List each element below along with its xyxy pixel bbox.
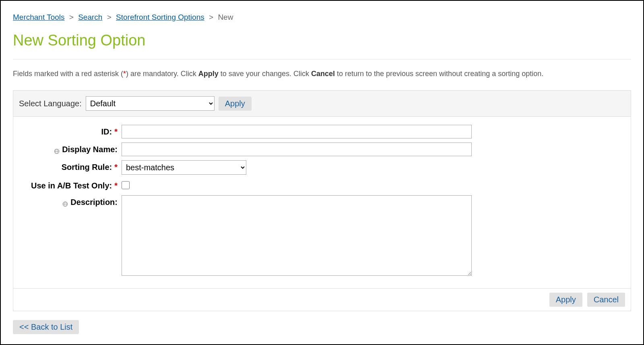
- breadcrumb-separator: >: [107, 13, 111, 21]
- help-text: Fields marked with a red asterisk (*) ar…: [13, 70, 631, 78]
- breadcrumb-search[interactable]: Search: [78, 13, 102, 21]
- row-description: Description:: [19, 195, 625, 278]
- form-body: ID:* Display Name: Sorting Rule:*: [13, 117, 631, 288]
- breadcrumb-separator: >: [69, 13, 74, 21]
- globe-icon: [54, 147, 60, 153]
- breadcrumb-storefront-sorting-options[interactable]: Storefront Sorting Options: [116, 13, 204, 21]
- row-display-name: Display Name:: [19, 143, 625, 156]
- label-description: Description:: [19, 195, 122, 207]
- cancel-button[interactable]: Cancel: [587, 293, 625, 307]
- back-wrap: << Back to List: [13, 320, 631, 334]
- apply-button[interactable]: Apply: [549, 293, 582, 307]
- sorting-rule-select[interactable]: best-matches: [122, 160, 246, 175]
- label-sorting-rule: Sorting Rule:*: [19, 160, 122, 172]
- label-ab-test: Use in A/B Test Only:*: [19, 179, 122, 190]
- label-display-name: Display Name:: [19, 143, 122, 154]
- language-bar: Select Language: Default Apply: [13, 91, 631, 117]
- id-input[interactable]: [122, 125, 472, 138]
- row-sorting-rule: Sorting Rule:* best-matches: [19, 160, 625, 175]
- breadcrumb: Merchant Tools > Search > Storefront Sor…: [13, 13, 631, 22]
- breadcrumb-current: New: [218, 13, 233, 21]
- action-bar: Apply Cancel: [13, 288, 631, 311]
- globe-icon: [62, 200, 68, 205]
- page-title: New Sorting Option: [13, 32, 631, 49]
- form-container: Select Language: Default Apply ID:* Disp…: [13, 90, 631, 311]
- language-label: Select Language:: [19, 99, 82, 108]
- display-name-input[interactable]: [122, 143, 472, 156]
- row-ab-test: Use in A/B Test Only:*: [19, 179, 625, 191]
- divider: [13, 59, 631, 60]
- ab-test-checkbox[interactable]: [122, 181, 130, 189]
- language-select[interactable]: Default: [86, 96, 215, 111]
- language-apply-button[interactable]: Apply: [219, 97, 252, 111]
- breadcrumb-merchant-tools[interactable]: Merchant Tools: [13, 13, 65, 21]
- row-id: ID:*: [19, 125, 625, 138]
- description-textarea[interactable]: [122, 195, 472, 276]
- label-id: ID:*: [19, 125, 122, 136]
- back-to-list-button[interactable]: << Back to List: [13, 320, 79, 334]
- breadcrumb-separator: >: [209, 13, 213, 21]
